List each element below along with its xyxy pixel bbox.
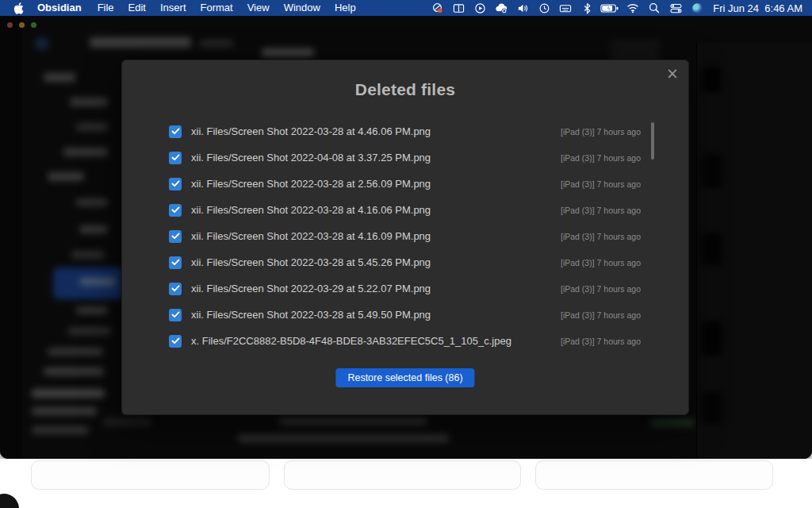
file-checkbox[interactable]: [169, 335, 182, 348]
file-meta: [iPad (3)] 7 hours ago: [561, 337, 641, 346]
restore-selected-files-button[interactable]: Restore selected files (86): [335, 368, 474, 387]
file-row[interactable]: xii. Files/Screen Shot 2022-03-28 at 5.4…: [122, 302, 690, 328]
file-name: xii. Files/Screen Shot 2022-03-28 at 4.1…: [191, 204, 546, 216]
bluetooth-icon[interactable]: [578, 0, 596, 16]
menubar-menu-item[interactable]: View: [240, 0, 277, 16]
file-checkbox[interactable]: [169, 204, 182, 217]
modal-close-icon[interactable]: ×: [666, 64, 679, 83]
file-row[interactable]: xii. Files/Screen Shot 2022-03-28 at 5.4…: [122, 249, 690, 275]
file-row[interactable]: xii. Files/Screen Shot 2022-03-28 at 4.4…: [122, 118, 690, 144]
deleted-files-modal: × Deleted files xii. Files/Screen Shot 2…: [121, 60, 689, 415]
menubar-menu-item[interactable]: File: [90, 0, 121, 16]
file-checkbox[interactable]: [169, 125, 182, 138]
menubar: Obsidian FileEditInsertFormatViewWindowH…: [0, 0, 812, 16]
siri-orb: [692, 3, 703, 13]
modal-title: Deleted files: [122, 80, 688, 99]
file-name: xii. Files/Screen Shot 2022-03-28 at 5.4…: [191, 256, 546, 268]
checkmark-icon: [171, 180, 180, 187]
file-meta: [iPad (3)] 7 hours ago: [561, 284, 641, 294]
cloud-offline-icon[interactable]: [492, 0, 510, 16]
background-card: [535, 460, 773, 490]
file-meta: [iPad (3)] 7 hours ago: [561, 206, 641, 215]
play-circle-icon[interactable]: [471, 0, 488, 16]
time-machine-icon[interactable]: [535, 0, 553, 16]
file-meta: [iPad (3)] 7 hours ago: [561, 153, 641, 163]
menubar-menu-item[interactable]: Insert: [153, 0, 193, 16]
menubar-menu-item[interactable]: Format: [193, 0, 240, 16]
screen-recording-icon[interactable]: [428, 0, 446, 16]
corner-avatar-blob: [0, 494, 19, 508]
checkmark-icon: [171, 285, 180, 292]
menubar-menu-item[interactable]: Window: [277, 0, 327, 16]
file-name: xii. Files/Screen Shot 2022-03-28 at 4.1…: [191, 230, 546, 242]
spotlight-search-icon[interactable]: [645, 0, 663, 16]
file-checkbox[interactable]: [169, 283, 182, 295]
file-row[interactable]: xii. Files/Screen Shot 2022-03-28 at 4.1…: [122, 197, 690, 223]
file-name: xii. Files/Screen Shot 2022-03-28 at 5.4…: [191, 309, 546, 321]
menubar-menus: FileEditInsertFormatViewWindowHelp: [90, 0, 363, 16]
display-preferences-icon[interactable]: :: [450, 0, 467, 16]
menubar-app-name[interactable]: Obsidian: [29, 0, 90, 16]
file-row[interactable]: xii. Files/Screen Shot 2022-04-08 at 3.3…: [122, 144, 690, 171]
file-meta: [iPad (3)] 7 hours ago: [561, 127, 641, 137]
screen: Obsidian FileEditInsertFormatViewWindowH…: [0, 0, 812, 508]
volume-icon[interactable]: [514, 0, 531, 16]
wifi-icon[interactable]: [624, 0, 642, 16]
deleted-files-list: xii. Files/Screen Shot 2022-03-28 at 4.4…: [122, 118, 690, 354]
file-meta: [iPad (3)] 7 hours ago: [561, 310, 641, 320]
apple-logo-icon: [13, 2, 24, 14]
control-center-icon[interactable]: [667, 0, 684, 16]
checkmark-icon: [171, 337, 180, 344]
menubar-menu-item[interactable]: Help: [327, 0, 363, 16]
file-checkbox[interactable]: [169, 256, 182, 269]
menubar-clock[interactable]: Fri Jun 24 6:46 AM: [710, 2, 802, 14]
file-checkbox[interactable]: [169, 230, 182, 243]
file-name: xii. Files/Screen Shot 2022-03-28 at 4.4…: [191, 125, 546, 137]
file-name: x. Files/F2CC8882-B5D8-4F48-BDE8-3AB32EF…: [191, 335, 546, 347]
file-checkbox[interactable]: [169, 152, 182, 164]
file-name: xii. Files/Screen Shot 2022-03-29 at 5.2…: [191, 283, 546, 294]
siri-icon[interactable]: [688, 0, 706, 16]
apple-menu[interactable]: [8, 2, 29, 14]
keyboard-viewer-icon[interactable]: [557, 0, 574, 16]
file-checkbox[interactable]: [169, 178, 182, 190]
file-row[interactable]: xii. Files/Screen Shot 2022-03-29 at 5.2…: [122, 275, 690, 302]
modal-scrollbar-thumb[interactable]: [651, 122, 654, 160]
checkmark-icon: [171, 311, 180, 318]
file-row[interactable]: xii. Files/Screen Shot 2022-03-28 at 2.5…: [122, 171, 690, 197]
menubar-menu-item[interactable]: Edit: [121, 0, 153, 16]
file-checkbox[interactable]: [169, 309, 182, 321]
checkmark-icon: [171, 233, 180, 240]
checkmark-icon: [171, 259, 180, 266]
file-meta: [iPad (3)] 7 hours ago: [561, 258, 641, 267]
checkmark-icon: [171, 128, 180, 135]
background-card: [31, 460, 270, 490]
file-meta: [iPad (3)] 7 hours ago: [561, 179, 641, 189]
checkmark-icon: [171, 206, 180, 214]
file-name: xii. Files/Screen Shot 2022-03-28 at 2.5…: [191, 178, 546, 190]
page-background: [0, 459, 812, 508]
file-row[interactable]: x. Files/F2CC8882-B5D8-4F48-BDE8-3AB32EF…: [122, 328, 690, 354]
file-row[interactable]: xii. Files/Screen Shot 2022-03-28 at 4.1…: [122, 223, 690, 249]
background-card: [284, 460, 521, 490]
battery-charging-icon[interactable]: [599, 0, 620, 16]
file-name: xii. Files/Screen Shot 2022-04-08 at 3.3…: [191, 152, 546, 164]
checkmark-icon: [171, 154, 180, 161]
svg-text::: :: [460, 6, 461, 10]
file-meta: [iPad (3)] 7 hours ago: [561, 232, 641, 241]
